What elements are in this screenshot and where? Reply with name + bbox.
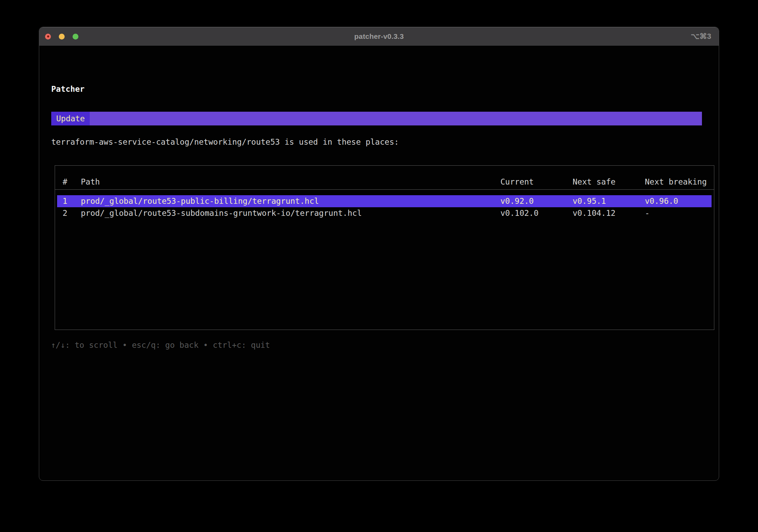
tab-update[interactable]: Update	[51, 112, 90, 125]
row-next-breaking-version: -	[645, 207, 714, 219]
table-row[interactable]: 1 prod/_global/route53-public-billing/te…	[55, 195, 714, 207]
row-path: prod/_global/route53-subdomains-gruntwor…	[81, 207, 500, 219]
row-num: 2	[63, 207, 81, 219]
help-bar: ↑/↓: to scroll • esc/q: go back • ctrl+c…	[51, 341, 270, 350]
column-header-current: Current	[500, 177, 573, 186]
window-titlebar[interactable]: patcher-v0.3.3 ⌥⌘3	[39, 27, 719, 46]
row-next-safe-version: v0.104.12	[573, 207, 645, 219]
usage-description: terraform-aws-service-catalog/networking…	[51, 137, 399, 146]
row-num: 1	[63, 195, 81, 207]
table-row[interactable]: 2 prod/_global/route53-subdomains-gruntw…	[55, 207, 714, 219]
column-header-next-breaking: Next breaking	[645, 177, 714, 186]
row-current-version: v0.102.0	[500, 207, 573, 219]
row-next-breaking-version: v0.96.0	[645, 195, 714, 207]
row-current-version: v0.92.0	[500, 195, 573, 207]
row-path: prod/_global/route53-public-billing/terr…	[81, 195, 500, 207]
window-title: patcher-v0.3.3	[39, 27, 719, 46]
table-body: 1 prod/_global/route53-public-billing/te…	[55, 195, 714, 219]
usages-table: # Path Current Next safe Next breaking 1…	[55, 165, 714, 330]
column-header-num: #	[63, 177, 81, 186]
column-header-path: Path	[81, 177, 500, 186]
row-next-safe-version: v0.95.1	[573, 195, 645, 207]
tab-keyboard-shortcut: ⌥⌘3	[691, 27, 711, 46]
terminal-content: Patcher Update terraform-aws-service-cat…	[39, 46, 719, 480]
column-header-next-safe: Next safe	[573, 177, 645, 186]
terminal-window: patcher-v0.3.3 ⌥⌘3 Patcher Update terraf…	[39, 27, 719, 481]
app-heading: Patcher	[51, 85, 85, 93]
table-header-row: # Path Current Next safe Next breaking	[55, 166, 714, 190]
tab-bar: Update	[51, 112, 702, 125]
